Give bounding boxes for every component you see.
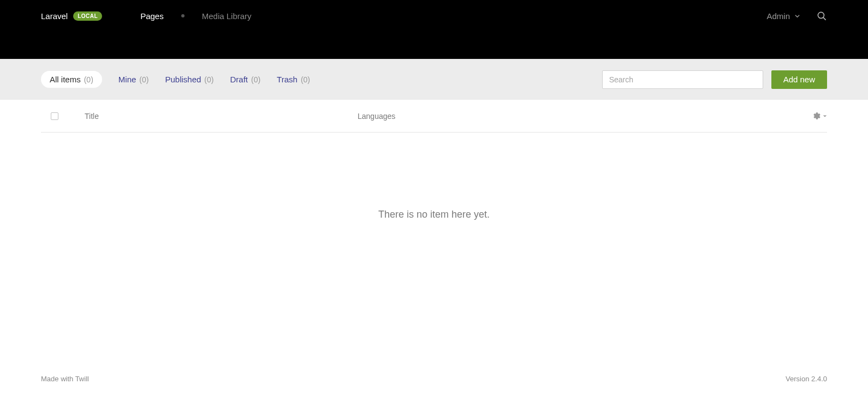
col-checkbox: [41, 112, 85, 120]
gear-icon: [813, 112, 821, 120]
main-nav: Pages Media Library: [140, 11, 251, 21]
svg-line-1: [823, 17, 826, 20]
filter-bar: All items (0) Mine (0) Published (0) Dra…: [0, 59, 868, 100]
footer: Made with Twill Version 2.4.0: [41, 375, 827, 383]
filter-tab-count: (0): [139, 75, 148, 84]
empty-message: There is no item here yet.: [41, 209, 827, 220]
search-icon: [817, 11, 827, 21]
filter-actions: Add new: [602, 70, 827, 89]
filter-tab-label: All items: [50, 75, 81, 84]
col-languages-header[interactable]: Languages: [358, 112, 805, 121]
filter-tab-mine[interactable]: Mine (0): [118, 71, 149, 87]
nav-item-pages[interactable]: Pages: [140, 11, 164, 21]
nav-separator-icon: [181, 14, 185, 17]
filter-tab-count: (0): [84, 75, 93, 84]
footer-credit[interactable]: Made with Twill: [41, 375, 89, 383]
filter-tab-count: (0): [251, 75, 260, 84]
filter-tab-count: (0): [204, 75, 213, 84]
content-area: Title Languages There is no item here ye…: [0, 100, 868, 220]
main-header: Laravel LOCAL Pages Media Library Admin: [0, 0, 868, 59]
filter-tab-all[interactable]: All items (0): [41, 71, 102, 88]
select-all-checkbox[interactable]: [51, 112, 58, 120]
col-title-header[interactable]: Title: [85, 112, 358, 121]
brand-name: Laravel: [41, 11, 68, 21]
caret-down-icon: [823, 114, 827, 118]
filter-tab-label: Draft: [230, 75, 248, 84]
filter-tab-label: Mine: [118, 75, 136, 84]
svg-marker-2: [823, 115, 827, 117]
user-menu-label: Admin: [766, 11, 790, 21]
nav-item-media-library[interactable]: Media Library: [202, 11, 252, 21]
footer-version: Version 2.4.0: [786, 375, 827, 383]
add-new-button[interactable]: Add new: [771, 70, 827, 89]
filter-tab-published[interactable]: Published (0): [165, 71, 213, 87]
brand[interactable]: Laravel LOCAL: [41, 11, 102, 21]
search-input[interactable]: [602, 70, 763, 89]
filter-tab-count: (0): [301, 75, 310, 84]
filter-tab-label: Published: [165, 75, 201, 84]
svg-point-0: [818, 12, 824, 18]
chevron-down-icon: [794, 13, 800, 19]
user-menu[interactable]: Admin: [766, 11, 800, 21]
table-settings-button[interactable]: [805, 112, 827, 120]
env-badge: LOCAL: [73, 11, 102, 21]
table-header: Title Languages: [41, 100, 827, 133]
filter-tab-trash[interactable]: Trash (0): [277, 71, 310, 87]
filter-tab-draft[interactable]: Draft (0): [230, 71, 260, 87]
header-right: Admin: [766, 11, 827, 21]
filter-tab-label: Trash: [277, 75, 298, 84]
filter-tabs: All items (0) Mine (0) Published (0) Dra…: [41, 71, 310, 88]
search-button[interactable]: [817, 11, 827, 21]
header-inner: Laravel LOCAL Pages Media Library Admin: [41, 0, 827, 32]
